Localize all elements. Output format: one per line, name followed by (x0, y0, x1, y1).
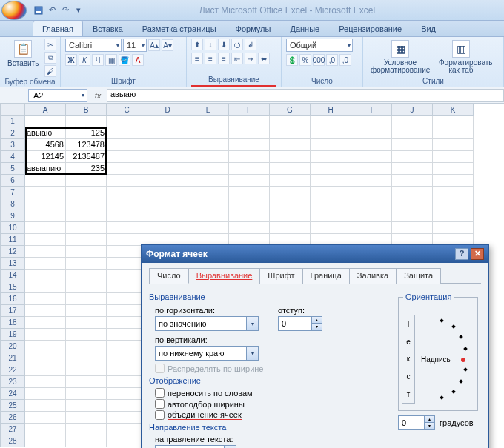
col-header[interactable]: B (66, 104, 107, 116)
cell[interactable] (25, 234, 66, 246)
paste-button[interactable]: 📋 Вставить (4, 39, 42, 69)
cell[interactable] (351, 198, 392, 210)
v-align-select[interactable]: по нижнему краю▾ (155, 346, 259, 361)
office-button[interactable] (1, 1, 27, 20)
cell[interactable] (188, 175, 229, 187)
cell[interactable] (66, 376, 107, 388)
cell[interactable] (311, 127, 351, 139)
cell[interactable] (147, 151, 188, 163)
col-header[interactable]: H (311, 104, 351, 116)
cell[interactable] (66, 388, 107, 400)
shrink-font-icon[interactable]: A▾ (162, 39, 173, 51)
cell[interactable] (147, 116, 188, 127)
tab-formulas[interactable]: Формулы (226, 21, 281, 36)
row-header[interactable]: 25 (0, 400, 25, 412)
cell[interactable] (188, 127, 229, 139)
cell[interactable] (25, 246, 66, 258)
cell[interactable] (147, 210, 188, 222)
col-header[interactable]: G (270, 104, 311, 116)
cell[interactable] (433, 175, 474, 187)
cell[interactable] (433, 116, 474, 127)
cell[interactable] (25, 412, 66, 424)
cell[interactable] (392, 222, 433, 234)
cell[interactable] (229, 163, 270, 175)
cell[interactable] (229, 139, 270, 151)
cell[interactable] (66, 364, 107, 376)
cell[interactable] (351, 222, 392, 234)
select-all-corner[interactable] (0, 104, 25, 116)
cell[interactable] (351, 116, 392, 127)
orient-dial[interactable]: Надпись (420, 315, 473, 404)
indent-spinner[interactable]: 0▴▾ (278, 316, 322, 331)
copy-icon[interactable]: ⧉ (44, 52, 56, 64)
cell[interactable]: 125 (66, 127, 107, 139)
cell[interactable] (392, 198, 433, 210)
cell[interactable] (433, 222, 474, 234)
cell[interactable] (107, 175, 147, 187)
cell[interactable] (188, 210, 229, 222)
row-header[interactable]: 3 (0, 139, 25, 151)
cell[interactable] (392, 151, 433, 163)
cell[interactable] (107, 151, 147, 163)
align-top-icon[interactable]: ⬆ (191, 39, 203, 50)
row-header[interactable]: 6 (0, 175, 25, 187)
row-header[interactable]: 2 (0, 127, 25, 139)
indent-inc-icon[interactable]: ⇥ (245, 53, 256, 64)
cell[interactable] (433, 151, 474, 163)
cell[interactable] (25, 364, 66, 376)
wrap-check[interactable] (155, 388, 165, 398)
cell[interactable] (25, 305, 66, 317)
cell[interactable]: 12145 (25, 151, 66, 163)
cell[interactable] (270, 163, 311, 175)
cell[interactable] (351, 210, 392, 222)
cell[interactable] (25, 435, 66, 447)
close-button[interactable]: ✕ (471, 248, 484, 260)
cell[interactable] (107, 187, 147, 198)
cell[interactable] (107, 222, 147, 234)
cell[interactable] (311, 139, 351, 151)
cell[interactable] (147, 127, 188, 139)
dir-select[interactable]: по контексту▾ (155, 445, 236, 448)
cell[interactable] (229, 210, 270, 222)
cell[interactable] (188, 163, 229, 175)
cell[interactable] (25, 424, 66, 435)
cell[interactable] (270, 116, 311, 127)
cell[interactable] (270, 175, 311, 187)
cell[interactable] (25, 341, 66, 352)
cell[interactable] (433, 163, 474, 175)
cell[interactable] (25, 187, 66, 198)
font-name-combo[interactable]: Calibri (65, 39, 122, 52)
cell[interactable] (311, 198, 351, 210)
cell[interactable] (188, 187, 229, 198)
cell[interactable] (270, 151, 311, 163)
row-header[interactable]: 22 (0, 364, 25, 376)
cell[interactable] (188, 198, 229, 210)
number-format-combo[interactable]: Общий (286, 39, 353, 52)
cell[interactable] (25, 329, 66, 341)
orient-vertical-button[interactable]: Текст (402, 315, 415, 404)
cell[interactable] (311, 163, 351, 175)
row-header[interactable]: 15 (0, 281, 25, 293)
cell[interactable]: авыаю (25, 127, 66, 139)
row-header[interactable]: 7 (0, 187, 25, 198)
row-header[interactable]: 8 (0, 198, 25, 210)
row-header[interactable]: 12 (0, 246, 25, 258)
cell[interactable]: 235 (66, 163, 107, 175)
cell[interactable]: 123478 (66, 139, 107, 151)
currency-icon[interactable]: 💲 (286, 54, 298, 66)
row-header[interactable]: 21 (0, 352, 25, 364)
cell[interactable]: 2135487 (66, 151, 107, 163)
cell[interactable] (392, 116, 433, 127)
cell[interactable] (229, 198, 270, 210)
row-header[interactable]: 28 (0, 435, 25, 447)
cell[interactable] (25, 222, 66, 234)
cell[interactable] (107, 139, 147, 151)
tab-view[interactable]: Вид (411, 21, 445, 36)
dec-decimal-icon[interactable]: ,0 (339, 54, 351, 66)
row-header[interactable]: 9 (0, 210, 25, 222)
cell[interactable] (25, 400, 66, 412)
cell[interactable] (433, 139, 474, 151)
row-header[interactable]: 16 (0, 293, 25, 305)
cell[interactable] (66, 116, 107, 127)
cell[interactable] (270, 127, 311, 139)
